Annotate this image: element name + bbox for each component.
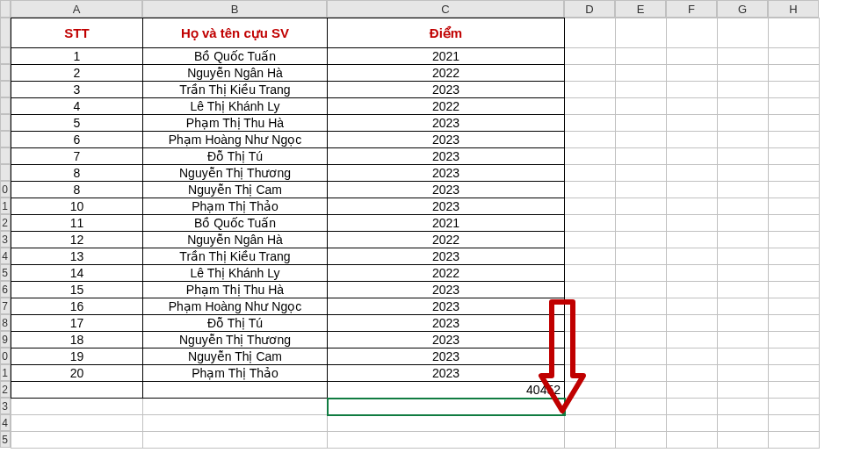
cell-stt[interactable]: 15 xyxy=(11,282,143,298)
cell-score[interactable]: 2022 xyxy=(328,98,565,115)
row-header[interactable] xyxy=(0,18,11,47)
empty-cell[interactable] xyxy=(616,232,667,248)
empty-cell[interactable] xyxy=(565,148,616,165)
empty-cell[interactable] xyxy=(565,198,616,215)
empty-cell[interactable] xyxy=(718,18,769,48)
empty-cell[interactable] xyxy=(616,165,667,182)
row-header[interactable] xyxy=(0,64,11,81)
col-header-A[interactable]: A xyxy=(11,0,142,18)
empty-cell[interactable] xyxy=(565,82,616,98)
empty-cell[interactable] xyxy=(667,48,718,65)
row-header[interactable]: 1 xyxy=(0,198,11,214)
empty-cell[interactable] xyxy=(667,332,718,348)
row-header[interactable] xyxy=(0,147,11,164)
empty-cell[interactable] xyxy=(769,198,820,215)
table-header-score[interactable]: Điểm xyxy=(328,18,565,48)
cell-score[interactable]: 2023 xyxy=(328,298,565,315)
col-header-H[interactable]: H xyxy=(768,0,819,18)
empty-cell[interactable] xyxy=(565,248,616,265)
empty-cell[interactable] xyxy=(143,382,328,399)
row-header[interactable]: 6 xyxy=(0,281,11,298)
empty-cell[interactable] xyxy=(616,182,667,198)
cell-name[interactable]: Phạm Thị Thảo xyxy=(143,198,328,215)
empty-cell[interactable] xyxy=(718,132,769,148)
row-header[interactable]: 2 xyxy=(0,214,11,231)
empty-cell[interactable] xyxy=(565,98,616,115)
cell-stt[interactable]: 11 xyxy=(11,215,143,232)
row-header[interactable]: 7 xyxy=(0,298,11,314)
cell-stt[interactable]: 7 xyxy=(11,148,143,165)
cell-score[interactable]: 2021 xyxy=(328,48,565,65)
fill-handle[interactable] xyxy=(561,412,565,415)
cell-name[interactable]: Nguyễn Ngân Hà xyxy=(143,65,328,82)
empty-cell[interactable] xyxy=(769,382,820,399)
empty-cell[interactable] xyxy=(616,399,667,415)
empty-cell[interactable] xyxy=(769,282,820,298)
empty-cell[interactable] xyxy=(616,315,667,332)
cell-name[interactable]: Bồ Quốc Tuấn xyxy=(143,48,328,65)
row-header[interactable] xyxy=(0,81,11,97)
empty-cell[interactable] xyxy=(616,98,667,115)
col-header-F[interactable]: F xyxy=(666,0,717,18)
empty-cell[interactable] xyxy=(718,248,769,265)
cell-score[interactable]: 2023 xyxy=(328,248,565,265)
cell-stt[interactable]: 10 xyxy=(11,198,143,215)
empty-cell[interactable] xyxy=(769,165,820,182)
empty-cell[interactable] xyxy=(616,382,667,399)
empty-cell[interactable] xyxy=(769,148,820,165)
empty-cell[interactable] xyxy=(667,399,718,415)
cell-name[interactable]: Nguyễn Thị Cam xyxy=(143,182,328,198)
row-header[interactable]: 3 xyxy=(0,231,11,248)
empty-cell[interactable] xyxy=(616,248,667,265)
empty-cell[interactable] xyxy=(565,365,616,382)
empty-cell[interactable] xyxy=(565,215,616,232)
cell-stt[interactable]: 13 xyxy=(11,248,143,265)
empty-cell[interactable] xyxy=(565,48,616,65)
cell-name[interactable]: Nguyễn Thị Cam xyxy=(143,348,328,365)
empty-cell[interactable] xyxy=(565,165,616,182)
col-header-E[interactable]: E xyxy=(615,0,666,18)
cell-score[interactable]: 2022 xyxy=(328,232,565,248)
empty-cell[interactable] xyxy=(616,198,667,215)
row-header[interactable]: 4 xyxy=(0,414,11,431)
empty-cell[interactable] xyxy=(769,82,820,98)
empty-cell[interactable] xyxy=(143,415,328,432)
cell-name[interactable]: Nguyễn Ngân Hà xyxy=(143,232,328,248)
empty-cell[interactable] xyxy=(667,148,718,165)
cell-name[interactable]: Phạm Hoàng Như Ngọc xyxy=(143,132,328,148)
cell-score[interactable]: 2023 xyxy=(328,182,565,198)
cell-name[interactable]: Phạm Thị Thu Hà xyxy=(143,115,328,132)
cell-stt[interactable]: 14 xyxy=(11,265,143,282)
cell-score[interactable]: 2023 xyxy=(328,198,565,215)
empty-cell[interactable] xyxy=(667,265,718,282)
cell-stt[interactable]: 4 xyxy=(11,98,143,115)
row-header[interactable] xyxy=(0,114,11,131)
cell-score[interactable]: 2023 xyxy=(328,315,565,332)
empty-cell[interactable] xyxy=(769,115,820,132)
empty-cell[interactable] xyxy=(667,315,718,332)
empty-cell[interactable] xyxy=(565,348,616,365)
empty-cell[interactable] xyxy=(769,182,820,198)
empty-cell[interactable] xyxy=(616,132,667,148)
cell-name[interactable]: Nguyễn Thị Thương xyxy=(143,165,328,182)
empty-cell[interactable] xyxy=(565,232,616,248)
empty-cell[interactable] xyxy=(565,315,616,332)
empty-cell[interactable] xyxy=(769,48,820,65)
cell-score[interactable]: 2023 xyxy=(328,165,565,182)
empty-cell[interactable] xyxy=(718,432,769,449)
empty-cell[interactable] xyxy=(565,182,616,198)
empty-cell[interactable] xyxy=(616,365,667,382)
empty-cell[interactable] xyxy=(565,18,616,48)
empty-cell[interactable] xyxy=(718,399,769,415)
empty-cell[interactable] xyxy=(718,282,769,298)
cell-name[interactable]: Đỗ Thị Tú xyxy=(143,315,328,332)
empty-cell[interactable] xyxy=(769,432,820,449)
empty-cell[interactable] xyxy=(718,348,769,365)
empty-cell[interactable] xyxy=(769,265,820,282)
empty-cell[interactable] xyxy=(565,282,616,298)
empty-cell[interactable] xyxy=(769,98,820,115)
empty-cell[interactable] xyxy=(565,265,616,282)
cell-name[interactable]: Lê Thị Khánh Ly xyxy=(143,265,328,282)
empty-cell[interactable] xyxy=(769,215,820,232)
cell-stt[interactable]: 5 xyxy=(11,115,143,132)
